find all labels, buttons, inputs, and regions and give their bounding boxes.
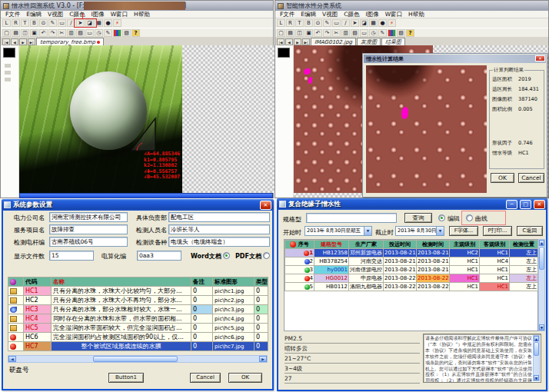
scroll-up-icon[interactable]: ▲ [539,240,544,246]
letter-t-button[interactable]: T [295,19,304,27]
pen2-icon[interactable]: ✎ [104,29,112,37]
back-button[interactable]: C返回 [517,226,543,236]
menu-item[interactable]: I图像 [88,11,107,18]
pdf-doc-radio[interactable] [263,252,270,259]
palette-icon[interactable] [113,29,121,37]
environment-field[interactable]: 21~27°C [284,355,420,364]
image-icon[interactable]: ▨ [397,29,405,37]
scrollbar-thumb[interactable] [539,247,544,270]
dialog-titlebar[interactable]: 憎水性计算结果 [364,55,546,63]
table-row[interactable]: 1 HB12358 郑州新源电器 2013-08-21 2013-08-21 H… [285,249,538,257]
menu-item[interactable]: C颜色 [66,11,88,18]
chevron-down-icon[interactable]: ▼ [436,227,444,235]
copy-icon[interactable]: ▥ [341,29,350,37]
image-tab[interactable]: temporary_free.bmp [36,38,104,45]
menu-item[interactable]: E编辑 [298,11,319,18]
scroll-down-icon[interactable]: ▼ [534,375,539,380]
start-date-combo[interactable]: 2013年 8月30日星期五 ▼ [304,226,372,236]
new-file-icon[interactable]: ▢ [2,29,11,37]
undo-icon[interactable]: ↶ [39,29,48,37]
grid-icon[interactable]: ▦ [369,19,378,27]
ok-button[interactable]: OK [228,373,262,383]
zoom-icon[interactable]: ⊙ [314,19,322,27]
close-icon[interactable]: ✕ [534,200,545,209]
table-row[interactable]: 4 HG0012 中原电器 2013-08-22 2013-08-22 HC1 … [285,274,538,283]
text-input[interactable]: 冷班长等人 [168,224,270,234]
table-row[interactable]: 2 HB378254 河南交达 2013-08-21 2013-08-21 HC… [285,257,538,266]
prev-tab-button[interactable]: ◀ [285,38,293,45]
menu-item[interactable]: F文件 [2,11,23,18]
environment-field[interactable]: 晴转多云 [284,345,420,354]
edit-radio[interactable] [438,214,445,221]
scroll-down-icon[interactable]: ▼ [539,324,544,331]
help-icon[interactable]: ? [131,29,140,37]
dialog-titlebar[interactable]: 复合绝缘子憎水性 ─ □ ✕ [277,198,547,210]
menu-item[interactable]: I图像 [362,11,381,18]
table-row[interactable]: 3 hy0001 河南信源电控 2013-08-21 2013-08-21 HC… [285,266,538,274]
cut-icon[interactable]: ✂ [332,29,341,37]
color-swatch-black[interactable] [3,48,15,58]
chevron-down-icon[interactable]: ▼ [364,227,371,235]
curve-radio[interactable] [466,214,473,221]
paste-icon[interactable]: ▧ [351,29,359,37]
next-tab-button[interactable]: ▶ [294,38,301,45]
button1-button[interactable]: Button1 [108,373,144,383]
monitor-icon[interactable]: ▭ [85,29,94,37]
first-tab-button[interactable]: |◀ [2,38,10,45]
line-tool-icon[interactable]: ∕ [341,19,350,27]
save-icon[interactable]: ◫ [21,29,29,37]
image-tab[interactable]: 结果图 [381,38,405,45]
last-tab-button[interactable]: ▶| [302,38,310,45]
files-count-input[interactable]: 15 [49,251,94,261]
open-file-icon[interactable]: ▤ [286,29,294,37]
next-tab-button[interactable]: ▶ [19,38,27,45]
text-input[interactable]: 电缆头（电缆终端盒） [168,237,270,247]
print-icon[interactable]: ▣ [304,29,313,37]
eraser-icon[interactable]: ◪ [360,19,368,27]
clock-icon[interactable]: ◷ [95,29,103,37]
word-doc-radio[interactable] [223,252,230,259]
dialog-titlebar[interactable]: 系统参数设置 ✕ [2,199,274,211]
table-row[interactable]: 5 HB0112 洛阳九都电器 2013-08-22 2013-08-22 HC… [285,283,538,291]
license-textbox[interactable]: 请务必仔细阅读和理解此宏博软件最终用户许可协议（“本《协议》”）中规定的所有权利… [423,334,541,383]
text-input[interactable]: 河南宏博测控技术有限公司 [49,212,128,222]
close-icon[interactable]: ✕ [535,55,545,61]
letter-b-button[interactable]: B [304,19,313,27]
table-row[interactable]: HC6 完全湿润面积约占被测区域面积的90以上，仅... 0 pic\hc6.j… [8,333,268,342]
print-icon[interactable]: ▣ [30,29,38,37]
pen-icon[interactable]: ✎ [48,19,57,27]
text-input[interactable]: 故障排查 [49,224,128,234]
lightning-icon[interactable]: ⚡ [113,19,121,27]
license-scrollbar[interactable]: ▲ ▼ [533,335,540,381]
menu-item[interactable]: C颜色 [341,11,362,18]
cancel-button[interactable]: Cancel [518,173,544,183]
open-file-icon[interactable]: ▤ [12,29,20,37]
paste-icon[interactable]: ▧ [76,29,85,37]
menu-item[interactable]: V视图 [319,11,341,18]
font-button[interactable]: F字体... [449,226,478,236]
horizontal-scrollbar[interactable] [19,193,273,198]
titlebar[interactable]: 憎水性回溯系统 V3.0 - [F:\Hydrop\vec\bmp\crop_f… [1,1,273,11]
palette-icon[interactable] [388,29,396,37]
redo-icon[interactable]: ↷ [323,29,331,37]
letter-r-button[interactable]: R [286,19,294,27]
image-icon[interactable]: ▨ [122,29,131,37]
menu-item[interactable]: H帮助 [405,11,428,18]
code-input[interactable]: 0aa3 [137,251,181,261]
text-input[interactable]: 配电工区 [168,212,270,222]
ok-button[interactable]: OK [491,173,514,183]
image-tab[interactable]: IMAG0102.jpg [311,38,356,45]
cancel-button[interactable]: Cancel [190,373,221,383]
query-button[interactable]: 查询 [404,213,432,223]
scrollbar-thumb[interactable] [93,356,178,362]
color-swatch-black[interactable] [278,48,290,58]
end-date-combo[interactable]: 2013年 8月30日星期五 ▼ [395,226,444,236]
pen-icon[interactable]: ✎ [323,19,331,27]
table-vertical-scrollbar[interactable]: ▲ ▼ [538,239,545,331]
letter-l-button[interactable]: L [2,19,11,27]
new-file-icon[interactable]: ▢ [277,29,285,37]
letter-t-button[interactable]: T [21,19,29,27]
redo-icon[interactable]: ↷ [48,29,57,37]
dot-tool-icon[interactable]: ● [378,19,387,27]
menu-item[interactable]: E编辑 [23,11,45,18]
